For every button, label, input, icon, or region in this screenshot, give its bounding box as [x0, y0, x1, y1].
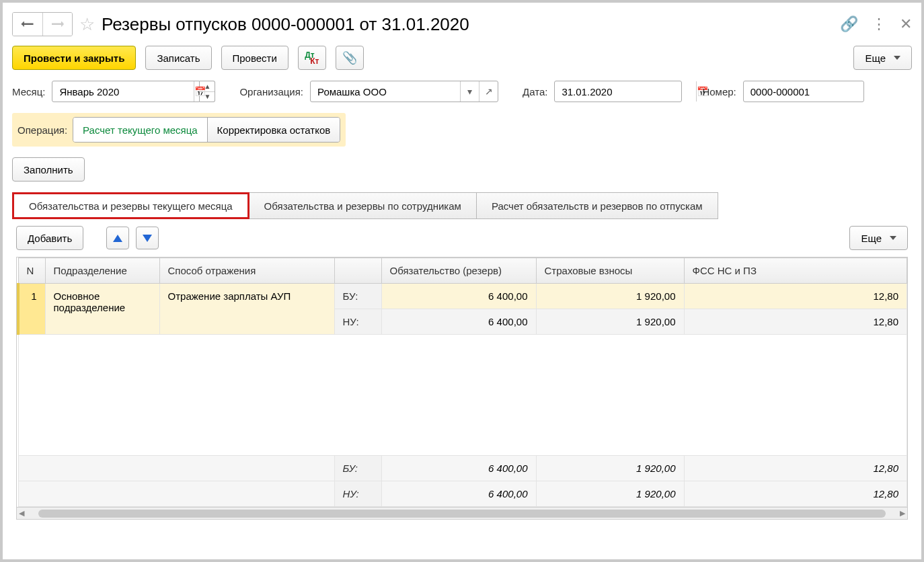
operation-adjust-toggle[interactable]: Корректировка остатков [207, 118, 340, 142]
cell-bu-fss: 12,80 [684, 284, 907, 309]
total-nu-fss: 12,80 [684, 481, 907, 507]
horizontal-scrollbar[interactable]: ◀▶ [17, 507, 907, 519]
total-nu-label: НУ: [334, 481, 381, 507]
total-nu-obligation: 6 400,00 [381, 481, 536, 507]
more-button[interactable]: Еще [853, 46, 912, 70]
open-icon[interactable]: ↗ [479, 81, 498, 102]
total-bu-insurance: 1 920,00 [536, 456, 684, 481]
operation-current-toggle[interactable]: Расчет текущего месяца [73, 118, 207, 142]
data-grid: N Подразделение Способ отражения Обязате… [16, 257, 908, 520]
nav-group: 🠔 🠖 [12, 12, 73, 36]
number-label: Номер: [702, 86, 736, 97]
cell-dept: Основное подразделение [45, 284, 159, 335]
tab-by-employees[interactable]: Обязательства и резервы по сотрудникам [249, 192, 477, 219]
nav-back-button[interactable]: 🠔 [13, 13, 42, 36]
date-input[interactable] [555, 81, 696, 102]
post-button[interactable]: Провести [221, 46, 288, 70]
cell-bu-label: БУ: [334, 284, 381, 309]
month-label: Месяц: [12, 86, 45, 97]
empty-space [18, 335, 907, 456]
tab-current-month[interactable]: Обязательства и резервы текущего месяца [12, 192, 249, 219]
cell-method: Отражение зарплаты АУП [159, 284, 334, 335]
total-bu-fss: 12,80 [684, 456, 907, 481]
fill-button[interactable]: Заполнить [12, 157, 85, 182]
grid-more-button[interactable]: Еще [849, 226, 908, 250]
date-label: Дата: [523, 86, 547, 97]
link-icon[interactable]: 🔗 [840, 15, 858, 33]
month-input[interactable] [52, 81, 194, 102]
nav-forward-button[interactable]: 🠖 [42, 13, 72, 36]
operation-label: Операция: [17, 124, 67, 136]
favorite-icon[interactable]: ☆ [79, 14, 95, 35]
month-stepper[interactable]: ▲▼ [200, 81, 215, 102]
arrow-down-icon [143, 235, 152, 242]
post-and-close-button[interactable]: Провести и закрыть [12, 46, 136, 70]
number-input[interactable] [744, 81, 885, 102]
page-title: Резервы отпусков 0000-000001 от 31.01.20… [102, 14, 469, 35]
total-nu-insurance: 1 920,00 [536, 481, 684, 507]
chevron-down-icon[interactable]: ▾ [460, 81, 479, 102]
total-row-nu: НУ: 6 400,00 1 920,00 12,80 [18, 481, 907, 507]
tab-calculation[interactable]: Расчет обязательств и резервов по отпуск… [477, 192, 718, 219]
cell-nu-label: НУ: [334, 309, 381, 335]
more-menu-icon[interactable]: ⋮ [872, 15, 886, 33]
close-icon[interactable]: ✕ [900, 15, 912, 33]
total-bu-label: БУ: [334, 456, 381, 481]
add-button[interactable]: Добавить [16, 226, 83, 250]
cell-n: 1 [18, 284, 45, 335]
total-bu-obligation: 6 400,00 [381, 456, 536, 481]
save-button[interactable]: Записать [145, 46, 211, 70]
dtkt-button[interactable]: ДтКт [298, 46, 326, 70]
col-obligation[interactable]: Обязательство (резерв) [381, 258, 536, 284]
org-label: Организация: [239, 86, 303, 97]
cell-bu-obligation: 6 400,00 [381, 284, 536, 309]
move-up-button[interactable] [106, 227, 129, 249]
attach-button[interactable]: 📎 [336, 46, 364, 70]
col-insurance[interactable]: Страховые взносы [536, 258, 684, 284]
cell-bu-insurance: 1 920,00 [536, 284, 684, 309]
col-method[interactable]: Способ отражения [159, 258, 334, 284]
col-dept[interactable]: Подразделение [45, 258, 159, 284]
table-row[interactable]: 1 Основное подразделение Отражение зарпл… [18, 284, 907, 309]
cell-nu-obligation: 6 400,00 [381, 309, 536, 335]
col-fss[interactable]: ФСС НС и ПЗ [684, 258, 907, 284]
arrow-up-icon [113, 235, 122, 242]
col-accounting[interactable] [334, 258, 381, 284]
total-row-bu: БУ: 6 400,00 1 920,00 12,80 [18, 456, 907, 481]
col-n[interactable]: N [18, 258, 45, 284]
org-input[interactable] [311, 81, 460, 102]
cell-nu-fss: 12,80 [684, 309, 907, 335]
cell-nu-insurance: 1 920,00 [536, 309, 684, 335]
paperclip-icon: 📎 [342, 50, 357, 65]
move-down-button[interactable] [136, 227, 159, 249]
